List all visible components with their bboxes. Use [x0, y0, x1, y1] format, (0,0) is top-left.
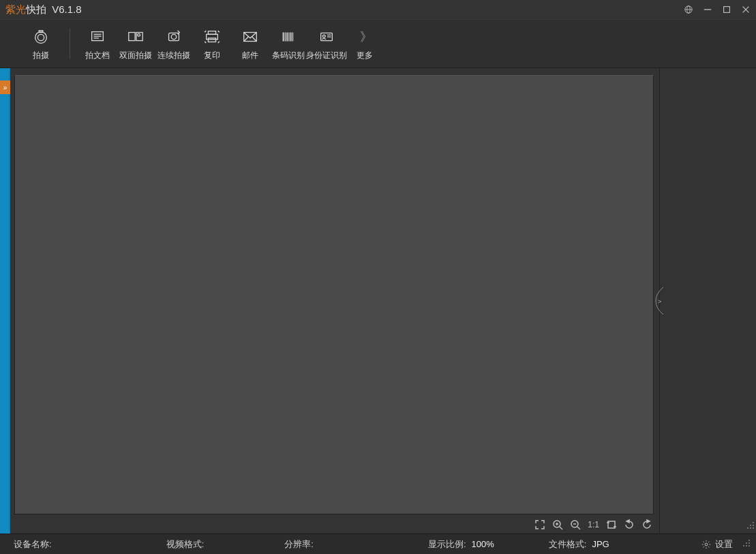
status-zoom-value: 100% [472, 539, 494, 549]
svg-point-7 [35, 31, 47, 43]
svg-point-59 [749, 540, 750, 541]
zoom-in-button[interactable] [552, 519, 563, 530]
rotate-right-button[interactable] [641, 519, 652, 530]
barcode-icon [279, 27, 297, 47]
double-side-button[interactable]: 双面拍摄 [117, 23, 155, 64]
svg-rect-14 [129, 32, 135, 40]
title-brand: 紫光 [5, 3, 26, 15]
toolbar-divider [70, 29, 70, 59]
app-title: 紫光快拍 V6.1.8 [5, 3, 82, 16]
status-file-format: 文件格式: JPG [549, 538, 609, 551]
continuous-label: 连续拍摄 [157, 50, 190, 61]
status-resolution: 分辨率: [284, 538, 319, 551]
left-panel-edge[interactable]: » [0, 68, 10, 534]
idcard-button[interactable]: 身份证识别 [307, 23, 346, 64]
status-video-format-label: 视频格式: [166, 538, 205, 551]
svg-point-18 [171, 34, 176, 39]
status-zoom-label: 显示比例: [428, 538, 466, 551]
more-label: 更多 [357, 50, 373, 61]
zoom-out-button[interactable] [570, 519, 581, 530]
close-button[interactable] [741, 5, 751, 14]
status-device-label: 设备名称: [14, 538, 52, 551]
svg-point-57 [747, 527, 749, 529]
chevron-right-icon: 》 [360, 27, 370, 47]
status-video-format: 视频格式: [166, 538, 210, 551]
capture-doc-label: 拍文档 [85, 50, 110, 61]
mail-label: 邮件 [242, 50, 258, 61]
rotate-left-button[interactable] [624, 519, 635, 530]
right-panel-collapse[interactable]: > [654, 287, 664, 315]
actual-size-button[interactable]: 1:1 [588, 520, 599, 529]
svg-point-53 [753, 525, 754, 526]
svg-line-46 [577, 527, 580, 529]
status-file-format-label: 文件格式: [549, 538, 587, 551]
status-resolution-label: 分辨率: [284, 538, 314, 551]
capture-doc-button[interactable]: 拍文档 [78, 23, 117, 64]
svg-point-8 [37, 34, 44, 40]
fit-screen-button[interactable] [534, 519, 545, 530]
resize-grip-icon[interactable] [746, 520, 755, 532]
svg-point-63 [746, 545, 747, 546]
continuous-button[interactable]: 连续拍摄 [155, 23, 193, 64]
svg-text:>: > [658, 298, 661, 305]
capture-label: 拍摄 [33, 50, 49, 61]
double-side-label: 双面拍摄 [119, 50, 152, 61]
document-icon [89, 27, 106, 47]
copy-label: 复印 [204, 50, 220, 61]
barcode-label: 条码识别 [272, 50, 305, 61]
title-version: V6.1.8 [52, 3, 81, 15]
canvas-area: 1:1 [10, 68, 659, 534]
svg-point-55 [753, 527, 754, 529]
idcard-icon [318, 27, 335, 47]
idcard-label: 身份证识别 [306, 50, 347, 61]
settings-label: 设置 [715, 538, 733, 551]
svg-point-64 [743, 545, 744, 546]
right-panel: > [659, 68, 756, 534]
workarea: » 1:1 > [0, 68, 756, 534]
svg-rect-4 [724, 7, 730, 13]
print-icon [203, 27, 221, 47]
camera-icon [32, 27, 50, 47]
status-device: 设备名称: [14, 538, 57, 551]
canvas-toolbar: 1:1 [10, 516, 659, 534]
language-icon[interactable] [684, 5, 693, 14]
left-panel-expand[interactable]: » [0, 81, 10, 94]
svg-rect-21 [208, 38, 215, 42]
svg-point-62 [749, 545, 750, 546]
minimize-button[interactable] [703, 5, 712, 14]
more-button[interactable]: 》 更多 [346, 23, 384, 64]
status-file-format-value: JPG [592, 539, 609, 549]
main-toolbar: 拍摄 拍文档 双面拍摄 连续拍摄 复印 邮件 条码识别 [0, 19, 756, 68]
window-controls [684, 5, 751, 14]
title-app: 快拍 [26, 3, 46, 15]
preview-canvas[interactable] [14, 75, 654, 514]
status-zoom: 显示比例: 100% [428, 538, 494, 551]
mail-button[interactable]: 邮件 [231, 23, 269, 64]
svg-point-58 [705, 543, 708, 546]
svg-rect-19 [208, 31, 215, 34]
svg-point-61 [746, 542, 747, 544]
crop-button[interactable] [606, 519, 617, 530]
svg-point-56 [750, 527, 751, 529]
svg-point-60 [749, 542, 750, 544]
double-side-icon [127, 27, 145, 47]
svg-point-54 [750, 525, 751, 526]
settings-button[interactable]: 设置 [701, 538, 733, 551]
status-bar: 设备名称: 视频格式: 分辨率: 显示比例: 100% 文件格式: JPG 设置 [0, 534, 756, 554]
svg-point-52 [753, 522, 754, 523]
maximize-button[interactable] [722, 5, 731, 14]
mail-icon [241, 27, 259, 47]
copy-button[interactable]: 复印 [193, 23, 231, 64]
svg-point-38 [322, 35, 325, 38]
window-resize-grip-icon[interactable] [742, 539, 751, 549]
titlebar: 紫光快拍 V6.1.8 [0, 0, 756, 19]
capture-button[interactable]: 拍摄 [20, 23, 61, 64]
barcode-button[interactable]: 条码识别 [269, 23, 307, 64]
continuous-icon [165, 27, 183, 47]
gear-icon [701, 540, 711, 549]
svg-line-42 [560, 527, 562, 529]
svg-point-16 [138, 33, 140, 36]
